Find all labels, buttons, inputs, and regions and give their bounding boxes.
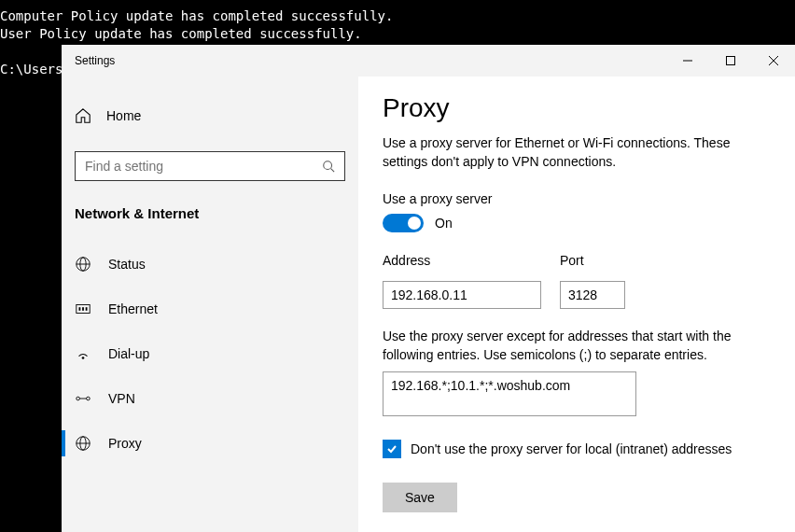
sidebar-item-status[interactable]: Status <box>62 242 358 287</box>
search-input[interactable] <box>76 159 322 174</box>
content-pane: Proxy Use a proxy server for Ethernet or… <box>358 77 795 532</box>
port-input[interactable] <box>560 281 625 309</box>
address-input[interactable] <box>383 281 541 309</box>
svg-rect-11 <box>82 307 84 311</box>
dialup-icon <box>75 345 91 362</box>
use-proxy-toggle[interactable] <box>383 214 424 232</box>
sidebar-item-label: Dial-up <box>108 346 149 361</box>
svg-rect-1 <box>727 57 735 65</box>
port-label: Port <box>560 253 625 268</box>
bypass-local-label: Don't use the proxy server for local (in… <box>411 441 732 456</box>
search-icon <box>322 160 344 173</box>
search-box[interactable] <box>75 151 345 181</box>
exceptions-input[interactable] <box>383 371 636 416</box>
svg-rect-10 <box>79 307 81 311</box>
minimize-button[interactable] <box>666 45 709 77</box>
sidebar: Home Network & Internet Status Ether <box>62 77 358 532</box>
vpn-icon <box>75 390 91 407</box>
use-proxy-label: Use a proxy server <box>383 191 771 206</box>
minimize-icon <box>683 56 692 65</box>
terminal-line: User Policy update has completed success… <box>0 25 795 43</box>
sidebar-item-vpn[interactable]: VPN <box>62 376 358 421</box>
exceptions-label: Use the proxy server except for addresse… <box>383 328 771 364</box>
home-icon <box>75 107 91 124</box>
sidebar-item-proxy[interactable]: Proxy <box>62 421 358 466</box>
settings-window: Settings Home Network <box>62 45 795 532</box>
address-label: Address <box>383 253 541 268</box>
close-icon <box>769 56 778 65</box>
maximize-button[interactable] <box>709 45 752 77</box>
svg-point-4 <box>324 161 332 170</box>
sidebar-item-ethernet[interactable]: Ethernet <box>62 287 358 331</box>
svg-point-15 <box>87 397 91 400</box>
ethernet-icon <box>75 301 91 317</box>
svg-point-14 <box>77 397 80 400</box>
toggle-state: On <box>435 216 453 231</box>
maximize-icon <box>726 56 735 65</box>
bypass-local-checkbox[interactable] <box>383 440 401 458</box>
save-button[interactable]: Save <box>383 483 457 512</box>
svg-point-13 <box>82 357 85 359</box>
titlebar: Settings <box>62 45 795 77</box>
svg-rect-12 <box>86 307 88 311</box>
checkmark-icon <box>386 443 398 455</box>
proxy-icon <box>75 435 91 452</box>
close-button[interactable] <box>752 45 795 77</box>
proxy-description: Use a proxy server for Ethernet or Wi-Fi… <box>383 134 771 171</box>
sidebar-item-dialup[interactable]: Dial-up <box>62 331 358 376</box>
sidebar-item-label: Proxy <box>108 436 142 451</box>
sidebar-item-label: Ethernet <box>108 301 158 316</box>
globe-icon <box>75 256 91 273</box>
section-title: Network & Internet <box>62 205 358 221</box>
window-title: Settings <box>62 54 115 67</box>
svg-line-5 <box>331 169 335 173</box>
terminal-line: Computer Policy update has completed suc… <box>0 7 795 25</box>
sidebar-item-label: VPN <box>108 391 135 406</box>
home-label: Home <box>106 108 141 123</box>
sidebar-item-label: Status <box>108 257 146 272</box>
home-nav[interactable]: Home <box>62 97 358 134</box>
page-heading: Proxy <box>383 93 771 123</box>
